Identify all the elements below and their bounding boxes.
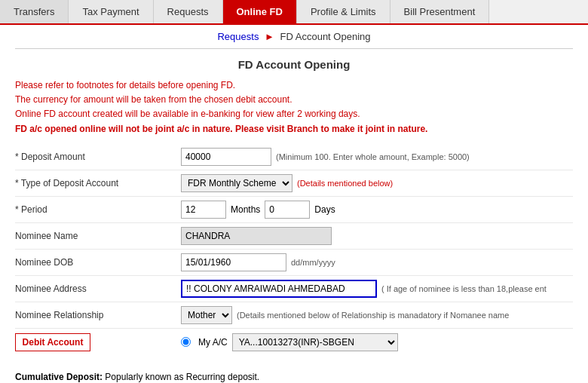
months-label: Months xyxy=(231,204,260,215)
breadcrumb-parent[interactable]: Requests xyxy=(217,31,259,42)
debit-account-label: Debit Account xyxy=(15,333,90,351)
nominee-address-row: Nominee Address ( If age of nominee is l… xyxy=(15,276,573,302)
notice-1: Please refer to footnotes for details be… xyxy=(15,78,573,93)
days-label: Days xyxy=(314,204,335,215)
deposit-amount-input[interactable] xyxy=(181,148,271,166)
top-navigation: Transfers Tax Payment Requests Online FD… xyxy=(0,0,588,25)
breadcrumb-current: FD Account Opening xyxy=(280,31,371,42)
nav-transfers[interactable]: Transfers xyxy=(0,0,69,23)
nav-requests[interactable]: Requests xyxy=(154,0,223,23)
deposit-amount-label: * Deposit Amount xyxy=(15,152,181,162)
breadcrumb: Requests ► FD Account Opening xyxy=(0,25,588,45)
debit-account-row: Debit Account My A/C YA...10013273(INR)-… xyxy=(15,329,573,356)
deposit-amount-row: * Deposit Amount (Minimum 100. Enter who… xyxy=(15,144,573,170)
deposit-type-label: * Type of Deposit Account xyxy=(15,178,181,188)
nominee-address-input[interactable] xyxy=(181,280,377,298)
footer-note-1-bold: Cumulative Deposit: xyxy=(15,372,103,382)
deposit-amount-input-area: (Minimum 100. Enter whole amount, Exampl… xyxy=(181,148,573,166)
period-days-input[interactable] xyxy=(265,201,310,219)
nominee-name-input[interactable] xyxy=(181,227,332,245)
nominee-name-input-area xyxy=(181,227,573,245)
nominee-address-label: Nominee Address xyxy=(15,283,181,294)
nominee-relationship-input-area: Mother (Details mentioned below of Relat… xyxy=(181,306,573,324)
debit-account-select[interactable]: YA...10013273(INR)-SBGEN xyxy=(232,333,398,351)
nav-bill-presentment[interactable]: Bill Presentment xyxy=(390,0,490,23)
period-months-input[interactable] xyxy=(181,201,226,219)
nominee-dob-label: Nominee DOB xyxy=(15,257,181,268)
footer-note-1-text: Popularly known as Recurring deposit. xyxy=(105,372,259,382)
divider xyxy=(15,48,573,49)
nominee-address-hint: ( If age of nominee is less than 18,plea… xyxy=(381,284,547,293)
notice-3: Online FD account created will be availa… xyxy=(15,107,573,121)
debit-account-label-container: Debit Account xyxy=(15,333,181,351)
deposit-type-select[interactable]: FDR Monthly Scheme xyxy=(181,174,292,192)
nav-online-fd[interactable]: Online FD xyxy=(223,0,297,23)
nominee-relationship-select[interactable]: Mother xyxy=(181,306,232,324)
page-title: FD Account Opening xyxy=(0,52,588,75)
debit-account-input-area: My A/C YA...10013273(INR)-SBGEN xyxy=(181,333,573,351)
notice-4: FD a/c opened online will not be joint a… xyxy=(15,122,573,136)
nominee-dob-input[interactable] xyxy=(181,253,286,271)
deposit-type-hint: (Details mentioned below) xyxy=(297,179,393,188)
deposit-type-input-area: FDR Monthly Scheme (Details mentioned be… xyxy=(181,174,573,192)
nominee-relationship-hint: (Details mentioned below of Relationship… xyxy=(237,311,509,320)
nominee-dob-row: Nominee DOB dd/mm/yyyy xyxy=(15,250,573,276)
deposit-amount-hint: (Minimum 100. Enter whole amount, Exampl… xyxy=(276,152,470,161)
notice-2: The currency for amount will be taken fr… xyxy=(15,93,573,107)
debit-account-radio[interactable] xyxy=(181,337,191,347)
breadcrumb-arrow: ► xyxy=(265,31,274,42)
period-input-area: Months Days xyxy=(181,201,573,219)
nominee-name-label: Nominee Name xyxy=(15,231,181,241)
nominee-address-input-area: ( If age of nominee is less than 18,plea… xyxy=(181,280,573,298)
notice-box: Please refer to footnotes for details be… xyxy=(0,75,588,142)
deposit-type-row: * Type of Deposit Account FDR Monthly Sc… xyxy=(15,170,573,197)
footer-notes: Cumulative Deposit: Popularly known as R… xyxy=(0,363,588,383)
nominee-relationship-label: Nominee Relationship xyxy=(15,310,181,320)
nav-profile-limits[interactable]: Profile & Limits xyxy=(297,0,390,23)
period-row: * Period Months Days xyxy=(15,197,573,223)
nominee-name-row: Nominee Name xyxy=(15,223,573,250)
debit-my-ac-label: My A/C xyxy=(198,337,228,348)
nominee-dob-placeholder: dd/mm/yyyy xyxy=(291,258,335,267)
nav-tax-payment[interactable]: Tax Payment xyxy=(69,0,153,23)
nominee-relationship-row: Nominee Relationship Mother (Details men… xyxy=(15,302,573,329)
footer-note-1: Cumulative Deposit: Popularly known as R… xyxy=(15,369,573,383)
nominee-dob-input-area: dd/mm/yyyy xyxy=(181,253,573,271)
form-area: * Deposit Amount (Minimum 100. Enter who… xyxy=(0,142,588,363)
period-label: * Period xyxy=(15,204,181,215)
